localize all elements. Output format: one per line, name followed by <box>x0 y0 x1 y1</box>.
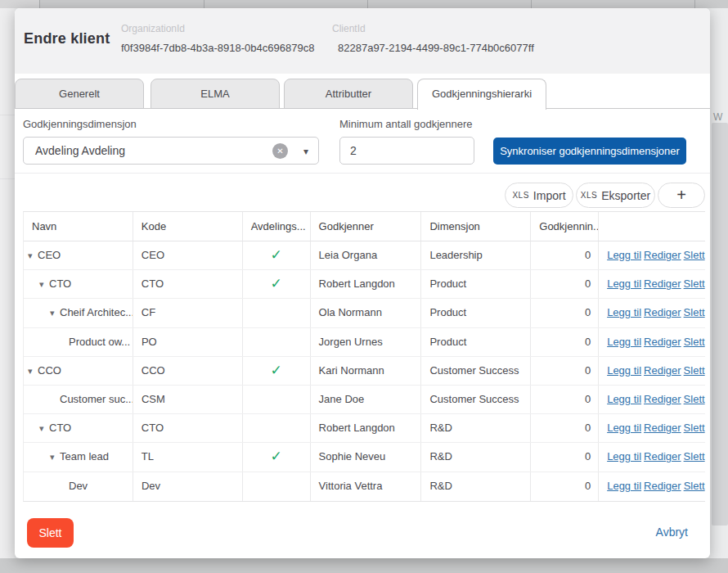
add-link[interactable]: Legg til <box>607 393 641 405</box>
min-approvers-label: Minimum antall godkjennere <box>339 118 473 130</box>
edit-link[interactable]: Rediger <box>644 480 681 492</box>
add-link[interactable]: Legg til <box>607 336 641 348</box>
row-code: TL <box>133 443 243 471</box>
table-row: Customer suc... CSM Jane Doe Customer Su… <box>24 386 705 414</box>
row-approver: Kari Normann <box>311 357 422 385</box>
add-link[interactable]: Legg til <box>607 450 641 462</box>
tree-collapse-icon[interactable] <box>50 299 60 327</box>
check-icon <box>243 443 311 471</box>
row-name: Customer suc... <box>60 386 133 413</box>
approval-dimension-select[interactable]: Avdeling Avdeling <box>23 137 319 165</box>
row-actions: Legg tilRedigerSlett <box>599 357 705 385</box>
row-approval-count: 0 <box>531 472 599 501</box>
edit-link[interactable]: Rediger <box>644 306 681 318</box>
row-dimension: Product <box>421 270 531 298</box>
column-header-actions <box>599 212 705 241</box>
tree-collapse-icon[interactable] <box>39 414 49 442</box>
delete-button[interactable]: Slett <box>27 518 74 548</box>
table-row: Cheif Architec... CF Ola Normann Product… <box>24 299 705 327</box>
background-column-divider <box>204 0 204 8</box>
table-row: Product ow... PO Jorgen Urnes Product 0 … <box>24 328 705 357</box>
column-header-avdelings: Avdelings... <box>243 212 311 241</box>
row-actions: Legg tilRedigerSlett <box>599 414 705 442</box>
approval-dimension-value: Avdeling Avdeling <box>35 138 125 164</box>
add-link[interactable]: Legg til <box>607 364 641 377</box>
edit-link[interactable]: Rediger <box>644 393 681 405</box>
check-cell-empty <box>243 386 311 413</box>
background-row-divider <box>0 115 15 115</box>
row-actions: Legg tilRedigerSlett <box>599 241 705 269</box>
background-bottom-edge <box>0 558 728 573</box>
column-header-kode: Kode <box>133 212 243 241</box>
tree-cell: CCO <box>24 357 133 385</box>
section-divider <box>15 173 710 174</box>
tree-collapse-icon[interactable] <box>28 241 38 269</box>
background-header-cell <box>0 0 39 8</box>
add-link[interactable]: Legg til <box>607 422 641 434</box>
tree-cell: Team lead <box>24 443 133 471</box>
delete-link[interactable]: Slett <box>684 393 705 405</box>
row-approver: Robert Langdon <box>311 270 422 298</box>
delete-link[interactable]: Slett <box>684 450 705 462</box>
row-dimension: Product <box>421 299 531 327</box>
edit-link[interactable]: Rediger <box>644 450 681 462</box>
column-header-godkjennin: Godkjennin... <box>531 212 599 241</box>
add-link[interactable]: Legg til <box>607 249 641 261</box>
column-header-navn: Navn <box>24 212 133 241</box>
tab-attributter[interactable]: Attributter <box>284 79 413 109</box>
edit-link[interactable]: Rediger <box>644 249 681 261</box>
tree-collapse-icon[interactable] <box>50 443 60 471</box>
xls-import-button[interactable]: XLS Import <box>505 183 573 208</box>
cancel-link[interactable]: Avbryt <box>656 526 688 539</box>
delete-link[interactable]: Slett <box>684 336 705 348</box>
background-scrollbar[interactable] <box>712 123 728 526</box>
edit-link[interactable]: Rediger <box>644 336 681 348</box>
tab-godkjenningshierarki[interactable]: Godkjenningshierarki <box>417 79 546 110</box>
check-icon <box>243 357 311 385</box>
chevron-down-icon[interactable] <box>303 138 308 164</box>
table-header-row: Navn Kode Avdelings... Godkjenner Dimens… <box>24 212 705 241</box>
background-column-divider <box>531 0 532 8</box>
table-row: Team lead TL Sophie Neveu R&D 0 Legg til… <box>24 443 705 471</box>
delete-link[interactable]: Slett <box>684 422 705 434</box>
row-approval-count: 0 <box>531 386 599 413</box>
tree-cell: Product ow... <box>24 328 133 356</box>
edit-link[interactable]: Rediger <box>644 422 681 434</box>
tree-collapse-icon[interactable] <box>28 357 38 385</box>
row-code: CSM <box>133 386 243 413</box>
xls-export-button[interactable]: XLS Eksporter <box>576 183 655 208</box>
delete-link[interactable]: Slett <box>684 277 705 290</box>
delete-link[interactable]: Slett <box>684 306 705 318</box>
delete-link[interactable]: Slett <box>684 480 705 492</box>
tree-collapse-icon[interactable] <box>39 270 49 298</box>
row-approval-count: 0 <box>531 241 599 269</box>
add-link[interactable]: Legg til <box>607 480 641 492</box>
table-row: Dev Dev Vittoria Vettra R&D 0 Legg tilRe… <box>24 472 705 501</box>
add-link[interactable]: Legg til <box>607 306 641 318</box>
delete-link[interactable]: Slett <box>684 249 705 261</box>
organization-id-value: f0f3984f-7db8-4b3a-8918-0b4c696879c8 <box>121 42 314 54</box>
edit-link[interactable]: Rediger <box>644 364 681 377</box>
check-cell-empty <box>243 414 311 442</box>
row-dimension: R&D <box>421 414 531 442</box>
row-code: CTO <box>133 414 243 442</box>
client-id-value: 82287a97-2194-4499-89c1-774b0c6077ff <box>338 42 534 54</box>
row-dimension: Customer Success <box>421 386 531 413</box>
sync-dimensions-button[interactable]: Synkroniser godkjenningsdimensjoner <box>493 138 686 165</box>
delete-link[interactable]: Slett <box>684 364 705 377</box>
row-actions: Legg tilRedigerSlett <box>599 386 705 413</box>
row-name: CTO <box>49 414 71 442</box>
add-link[interactable]: Legg til <box>607 277 641 290</box>
edit-link[interactable]: Rediger <box>644 277 681 290</box>
tab-generelt[interactable]: Generelt <box>15 79 144 109</box>
tree-cell: CTO <box>24 414 133 442</box>
row-dimension: R&D <box>421 443 531 471</box>
row-code: CCO <box>133 357 243 385</box>
clear-selection-icon[interactable] <box>272 143 288 159</box>
xls-import-label: Import <box>533 189 566 202</box>
row-dimension: Product <box>421 328 531 356</box>
min-approvers-input[interactable] <box>339 137 474 165</box>
tab-elma[interactable]: ELMA <box>151 79 280 109</box>
add-row-button[interactable]: + <box>658 183 705 208</box>
row-approval-count: 0 <box>531 414 599 442</box>
